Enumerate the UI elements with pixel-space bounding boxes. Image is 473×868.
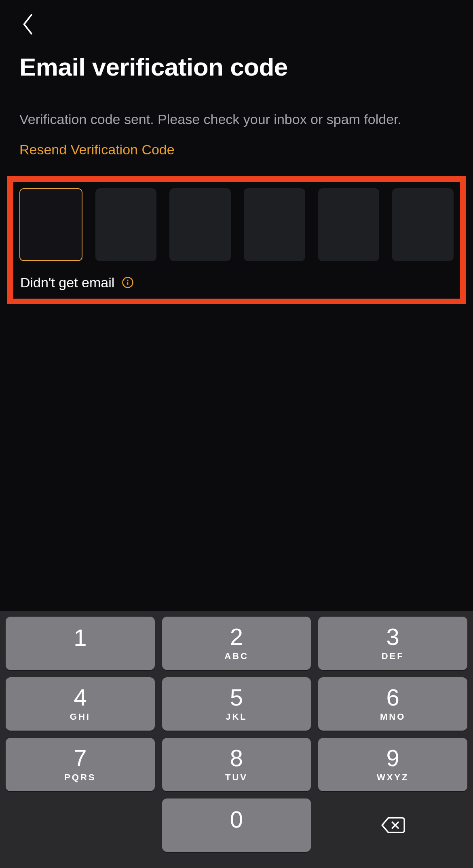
keypad-digit: 8 [230,746,243,770]
keypad-key-6[interactable]: 6MNO [318,677,467,731]
back-button[interactable] [16,12,40,36]
keypad-letters: JKL [226,712,247,722]
highlighted-code-section: Didn't get email [7,176,466,304]
keypad-key-8[interactable]: 8TUV [162,738,311,791]
verification-subtitle: Verification code sent. Please check you… [0,81,473,129]
keypad-key-7[interactable]: 7PQRS [6,738,155,791]
didnt-get-email-row[interactable]: Didn't get email [19,261,454,291]
keypad-blank [6,798,155,852]
keypad-digit: 6 [386,686,399,709]
numeric-keypad: 1.2ABC3DEF4GHI5JKL6MNO7PQRS8TUV9WXYZ0. [0,611,473,868]
keypad-key-0[interactable]: 0. [162,798,311,852]
keypad-digit: 4 [74,686,87,709]
keypad-letters: ABC [224,651,249,662]
keypad-key-2[interactable]: 2ABC [162,617,311,670]
keypad-letters: TUV [225,772,248,783]
svg-point-1 [127,280,129,281]
keypad-key-1[interactable]: 1. [6,617,155,670]
keypad-letters: PQRS [64,772,96,783]
code-digit-4[interactable] [244,188,305,261]
keypad-backspace[interactable] [318,798,467,852]
keypad-key-4[interactable]: 4GHI [6,677,155,731]
keypad-digit: 7 [74,746,87,770]
keypad-digit: 9 [386,746,399,770]
code-digit-6[interactable] [392,188,454,261]
keypad-key-5[interactable]: 5JKL [162,677,311,731]
keypad-letters: GHI [70,712,91,722]
code-digit-1[interactable] [19,188,82,261]
keypad-digit: 1 [74,626,87,649]
keypad-digit: 2 [230,625,243,649]
resend-link[interactable]: Resend Verification Code [0,129,473,158]
backspace-icon [380,816,405,834]
chevron-left-icon [22,14,35,35]
keypad-digit: 3 [386,625,399,649]
code-digit-5[interactable] [318,188,380,261]
keypad-letters: MNO [380,712,405,722]
keypad-letters: DEF [382,651,404,662]
info-icon [121,276,135,289]
code-input-row [19,188,454,261]
svg-rect-2 [127,282,129,286]
keypad-digit: 0 [230,808,243,831]
code-digit-2[interactable] [95,188,157,261]
keypad-letters: WXYZ [377,772,409,783]
didnt-get-email-label: Didn't get email [20,275,114,291]
keypad-digit: 5 [230,686,243,709]
keypad-key-3[interactable]: 3DEF [318,617,467,670]
keypad-key-9[interactable]: 9WXYZ [318,738,467,791]
code-digit-3[interactable] [169,188,231,261]
page-title: Email verification code [0,36,473,81]
